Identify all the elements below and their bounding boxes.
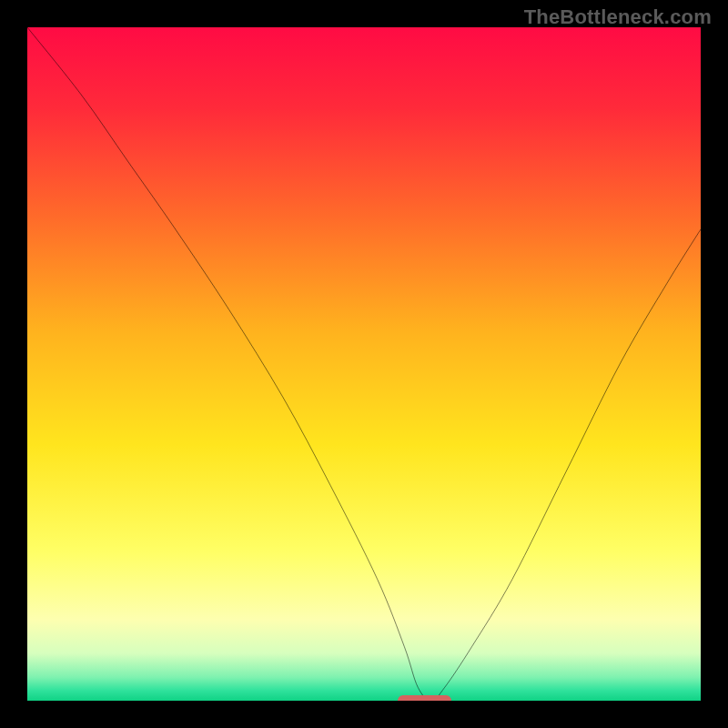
bottleneck-curve bbox=[27, 27, 701, 701]
optimal-marker bbox=[398, 695, 451, 701]
chart-frame: TheBottleneck.com bbox=[0, 0, 728, 728]
watermark-text: TheBottleneck.com bbox=[524, 5, 712, 29]
plot-area bbox=[27, 27, 701, 701]
